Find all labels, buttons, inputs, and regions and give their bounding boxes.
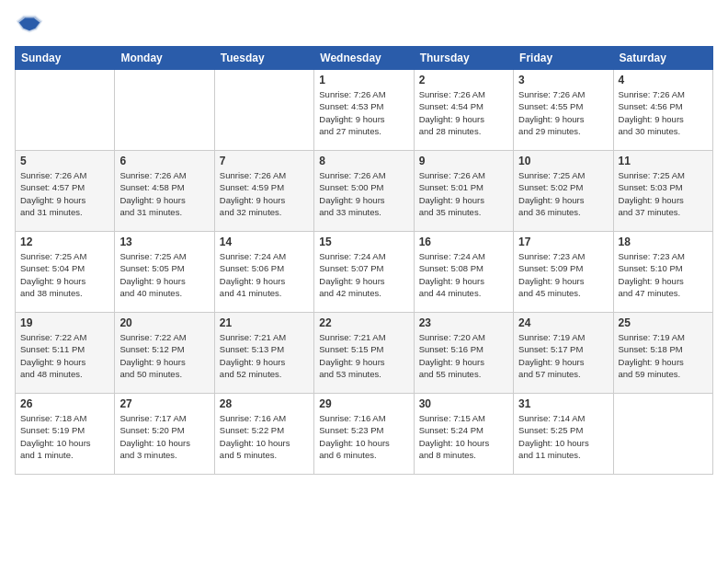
day-info: Sunrise: 7:26 AM Sunset: 4:53 PM Dayligh… xyxy=(319,88,408,137)
day-number: 1 xyxy=(319,74,408,86)
day-number: 29 xyxy=(319,397,408,410)
day-number: 28 xyxy=(220,397,309,410)
page: SundayMondayTuesdayWednesdayThursdayFrid… xyxy=(0,0,728,563)
day-number: 27 xyxy=(119,397,209,410)
weekday-header-friday: Friday xyxy=(514,47,613,70)
day-number: 16 xyxy=(419,236,508,248)
day-info: Sunrise: 7:16 AM Sunset: 5:22 PM Dayligh… xyxy=(220,412,309,461)
day-number: 3 xyxy=(518,74,608,86)
day-number: 7 xyxy=(220,155,309,167)
day-number: 30 xyxy=(419,397,508,410)
day-cell-19: 19Sunrise: 7:22 AM Sunset: 5:11 PM Dayli… xyxy=(16,313,115,394)
day-cell-11: 11Sunrise: 7:25 AM Sunset: 5:03 PM Dayli… xyxy=(613,151,712,232)
day-info: Sunrise: 7:26 AM Sunset: 4:54 PM Dayligh… xyxy=(419,88,508,137)
day-number: 26 xyxy=(20,397,109,410)
day-info: Sunrise: 7:19 AM Sunset: 5:18 PM Dayligh… xyxy=(619,331,708,380)
weekday-header-sunday: Sunday xyxy=(16,47,115,70)
day-number: 6 xyxy=(119,155,209,167)
day-cell-1: 1Sunrise: 7:26 AM Sunset: 4:53 PM Daylig… xyxy=(314,70,414,151)
day-info: Sunrise: 7:22 AM Sunset: 5:12 PM Dayligh… xyxy=(119,331,209,380)
weekday-header-saturday: Saturday xyxy=(613,47,712,70)
day-cell-18: 18Sunrise: 7:23 AM Sunset: 5:10 PM Dayli… xyxy=(613,232,712,313)
day-cell-16: 16Sunrise: 7:24 AM Sunset: 5:08 PM Dayli… xyxy=(414,232,513,313)
day-cell-24: 24Sunrise: 7:19 AM Sunset: 5:17 PM Dayli… xyxy=(514,313,613,394)
day-number: 17 xyxy=(518,236,608,248)
day-info: Sunrise: 7:24 AM Sunset: 5:06 PM Dayligh… xyxy=(220,250,309,299)
day-info: Sunrise: 7:21 AM Sunset: 5:15 PM Dayligh… xyxy=(319,331,408,380)
logo xyxy=(15,9,48,39)
day-number: 4 xyxy=(619,74,708,86)
day-cell-14: 14Sunrise: 7:24 AM Sunset: 5:06 PM Dayli… xyxy=(214,232,313,313)
day-info: Sunrise: 7:24 AM Sunset: 5:07 PM Dayligh… xyxy=(319,250,408,299)
day-cell-25: 25Sunrise: 7:19 AM Sunset: 5:18 PM Dayli… xyxy=(613,313,712,394)
day-info: Sunrise: 7:26 AM Sunset: 4:58 PM Dayligh… xyxy=(119,169,209,218)
day-cell-31: 31Sunrise: 7:14 AM Sunset: 5:25 PM Dayli… xyxy=(514,394,613,475)
day-number: 2 xyxy=(419,74,508,86)
day-number: 9 xyxy=(419,155,508,167)
day-number: 31 xyxy=(518,397,608,410)
day-info: Sunrise: 7:22 AM Sunset: 5:11 PM Dayligh… xyxy=(20,331,109,380)
day-info: Sunrise: 7:23 AM Sunset: 5:10 PM Dayligh… xyxy=(619,250,708,299)
day-info: Sunrise: 7:26 AM Sunset: 4:59 PM Dayligh… xyxy=(220,169,309,218)
day-info: Sunrise: 7:16 AM Sunset: 5:23 PM Dayligh… xyxy=(319,412,408,461)
day-info: Sunrise: 7:24 AM Sunset: 5:08 PM Dayligh… xyxy=(419,250,508,299)
day-info: Sunrise: 7:26 AM Sunset: 5:00 PM Dayligh… xyxy=(319,169,408,218)
day-cell-6: 6Sunrise: 7:26 AM Sunset: 4:58 PM Daylig… xyxy=(115,151,214,232)
day-number: 18 xyxy=(619,236,708,248)
empty-cell xyxy=(16,70,115,151)
day-number: 10 xyxy=(518,155,608,167)
empty-cell xyxy=(613,394,712,475)
day-info: Sunrise: 7:25 AM Sunset: 5:04 PM Dayligh… xyxy=(20,250,109,299)
day-info: Sunrise: 7:25 AM Sunset: 5:02 PM Dayligh… xyxy=(518,169,608,218)
day-number: 22 xyxy=(319,316,408,329)
day-number: 15 xyxy=(319,236,408,248)
day-info: Sunrise: 7:18 AM Sunset: 5:19 PM Dayligh… xyxy=(20,412,109,461)
day-cell-28: 28Sunrise: 7:16 AM Sunset: 5:22 PM Dayli… xyxy=(214,394,313,475)
week-row-3: 12Sunrise: 7:25 AM Sunset: 5:04 PM Dayli… xyxy=(16,232,713,313)
day-number: 25 xyxy=(619,316,708,329)
day-info: Sunrise: 7:26 AM Sunset: 4:55 PM Dayligh… xyxy=(518,88,608,137)
day-cell-23: 23Sunrise: 7:20 AM Sunset: 5:16 PM Dayli… xyxy=(414,313,513,394)
day-cell-13: 13Sunrise: 7:25 AM Sunset: 5:05 PM Dayli… xyxy=(115,232,214,313)
day-info: Sunrise: 7:15 AM Sunset: 5:24 PM Dayligh… xyxy=(419,412,508,461)
day-cell-2: 2Sunrise: 7:26 AM Sunset: 4:54 PM Daylig… xyxy=(414,70,513,151)
day-number: 21 xyxy=(220,316,309,329)
day-info: Sunrise: 7:21 AM Sunset: 5:13 PM Dayligh… xyxy=(220,331,309,380)
day-cell-12: 12Sunrise: 7:25 AM Sunset: 5:04 PM Dayli… xyxy=(16,232,115,313)
week-row-1: 1Sunrise: 7:26 AM Sunset: 4:53 PM Daylig… xyxy=(16,70,713,151)
week-row-2: 5Sunrise: 7:26 AM Sunset: 4:57 PM Daylig… xyxy=(16,151,713,232)
day-number: 11 xyxy=(619,155,708,167)
day-cell-9: 9Sunrise: 7:26 AM Sunset: 5:01 PM Daylig… xyxy=(414,151,513,232)
day-cell-7: 7Sunrise: 7:26 AM Sunset: 4:59 PM Daylig… xyxy=(214,151,313,232)
day-cell-17: 17Sunrise: 7:23 AM Sunset: 5:09 PM Dayli… xyxy=(514,232,613,313)
day-cell-8: 8Sunrise: 7:26 AM Sunset: 5:00 PM Daylig… xyxy=(314,151,414,232)
day-number: 13 xyxy=(119,236,209,248)
day-cell-26: 26Sunrise: 7:18 AM Sunset: 5:19 PM Dayli… xyxy=(16,394,115,475)
day-info: Sunrise: 7:26 AM Sunset: 4:56 PM Dayligh… xyxy=(619,88,708,137)
header xyxy=(15,9,713,39)
day-number: 12 xyxy=(20,236,109,248)
calendar-table: SundayMondayTuesdayWednesdayThursdayFrid… xyxy=(15,46,713,475)
day-number: 23 xyxy=(419,316,508,329)
day-info: Sunrise: 7:20 AM Sunset: 5:16 PM Dayligh… xyxy=(419,331,508,380)
day-cell-5: 5Sunrise: 7:26 AM Sunset: 4:57 PM Daylig… xyxy=(16,151,115,232)
day-info: Sunrise: 7:14 AM Sunset: 5:25 PM Dayligh… xyxy=(518,412,608,461)
day-info: Sunrise: 7:25 AM Sunset: 5:05 PM Dayligh… xyxy=(119,250,209,299)
day-cell-10: 10Sunrise: 7:25 AM Sunset: 5:02 PM Dayli… xyxy=(514,151,613,232)
day-cell-3: 3Sunrise: 7:26 AM Sunset: 4:55 PM Daylig… xyxy=(514,70,613,151)
day-number: 14 xyxy=(220,236,309,248)
day-cell-27: 27Sunrise: 7:17 AM Sunset: 5:20 PM Dayli… xyxy=(115,394,214,475)
weekday-header-monday: Monday xyxy=(115,47,214,70)
weekday-header-row: SundayMondayTuesdayWednesdayThursdayFrid… xyxy=(16,47,713,70)
day-info: Sunrise: 7:26 AM Sunset: 4:57 PM Dayligh… xyxy=(20,169,109,218)
day-cell-29: 29Sunrise: 7:16 AM Sunset: 5:23 PM Dayli… xyxy=(314,394,414,475)
weekday-header-wednesday: Wednesday xyxy=(314,47,414,70)
empty-cell xyxy=(214,70,313,151)
day-number: 20 xyxy=(119,316,209,329)
day-cell-15: 15Sunrise: 7:24 AM Sunset: 5:07 PM Dayli… xyxy=(314,232,414,313)
day-number: 24 xyxy=(518,316,608,329)
week-row-5: 26Sunrise: 7:18 AM Sunset: 5:19 PM Dayli… xyxy=(16,394,713,475)
day-cell-20: 20Sunrise: 7:22 AM Sunset: 5:12 PM Dayli… xyxy=(115,313,214,394)
day-info: Sunrise: 7:25 AM Sunset: 5:03 PM Dayligh… xyxy=(619,169,708,218)
day-info: Sunrise: 7:17 AM Sunset: 5:20 PM Dayligh… xyxy=(119,412,209,461)
